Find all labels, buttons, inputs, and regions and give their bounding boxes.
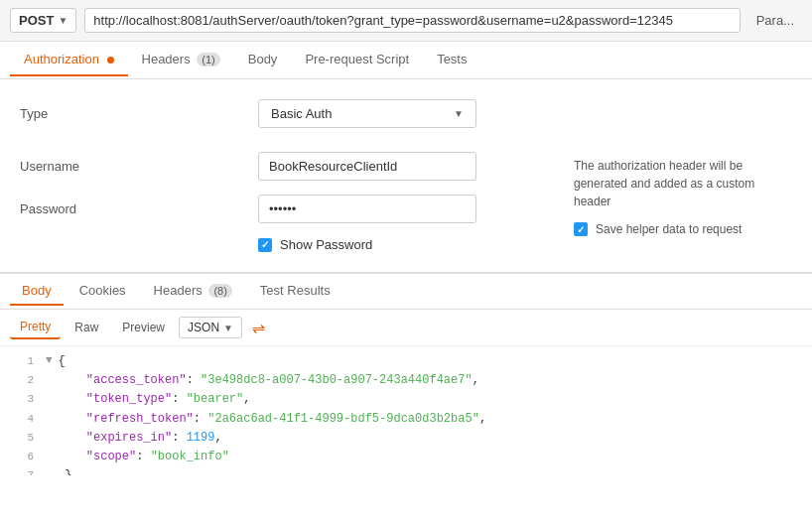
format-select[interactable]: JSON ▼ — [179, 317, 242, 338]
save-helper-row: Save helper data to request — [574, 222, 792, 236]
auth-section: Type Basic Auth ▼ Username Password Show… — [0, 79, 812, 272]
show-password-checkbox[interactable] — [258, 238, 272, 252]
json-line-7: 7 } — [10, 466, 802, 475]
tab-headers[interactable]: Headers (1) — [128, 44, 234, 76]
json-line-5: 5 "expires_in" : 1199 , — [10, 429, 802, 448]
tab-authorization[interactable]: Authorization — [10, 44, 128, 76]
bottom-tabs-row: Body Cookies Headers (8) Test Results — [0, 274, 812, 310]
username-label: Username — [20, 159, 258, 174]
username-row: Username — [20, 152, 554, 181]
password-label: Password — [20, 201, 258, 216]
username-input[interactable] — [258, 152, 476, 181]
headers-badge: (1) — [197, 53, 219, 66]
bottom-tab-headers[interactable]: Headers (8) — [142, 277, 244, 306]
password-input[interactable] — [258, 195, 476, 223]
type-select[interactable]: Basic Auth ▼ — [258, 99, 476, 128]
type-value: Basic Auth — [271, 106, 332, 121]
tab-body[interactable]: Body — [234, 44, 292, 76]
format-bar: Pretty Raw Preview JSON ▼ ⇌ — [0, 310, 812, 346]
save-helper-checkbox[interactable] — [574, 222, 588, 236]
bottom-tab-cookies[interactable]: Cookies — [68, 277, 138, 306]
password-row: Password — [20, 195, 554, 223]
show-password-row: Show Password — [258, 237, 554, 252]
fields-left: Username Password Show Password — [20, 152, 554, 252]
format-value: JSON — [188, 321, 219, 334]
preview-button[interactable]: Preview — [112, 317, 175, 338]
fields-right: The authorization header will be generat… — [554, 152, 792, 252]
tab-prerequest[interactable]: Pre-request Script — [291, 44, 423, 76]
type-label: Type — [20, 106, 258, 121]
top-tabs-row: Authorization Headers (1) Body Pre-reque… — [0, 42, 812, 79]
pretty-button[interactable]: Pretty — [10, 316, 61, 339]
json-line-6: 6 "scope" : "book_info" — [10, 448, 802, 466]
format-chevron-icon: ▼ — [223, 323, 233, 333]
fields-area: Username Password Show Password The auth… — [20, 152, 792, 252]
url-input[interactable] — [84, 8, 740, 33]
auth-info-text: The authorization header will be generat… — [574, 157, 792, 210]
json-line-3: 3 "token_type" : "bearer" , — [10, 390, 802, 409]
type-row: Type Basic Auth ▼ — [20, 99, 792, 128]
json-content: 1 ▼ { 2 "access_token" : "3e498dc8-a007-… — [0, 346, 812, 475]
json-line-2: 2 "access_token" : "3e498dc8-a007-43b0-a… — [10, 371, 802, 390]
wrap-icon[interactable]: ⇌ — [252, 319, 265, 337]
bottom-tab-body[interactable]: Body — [10, 277, 64, 306]
method-chevron-icon: ▼ — [58, 15, 68, 26]
json-line-4: 4 "refresh_token" : "2a6ac6ad-41f1-4999-… — [10, 410, 802, 429]
authorization-dot — [107, 57, 114, 64]
bottom-tab-test-results[interactable]: Test Results — [248, 277, 342, 306]
bottom-headers-badge: (8) — [208, 284, 231, 298]
raw-button[interactable]: Raw — [65, 317, 108, 338]
json-line-1: 1 ▼ { — [10, 352, 802, 371]
bottom-panel: Body Cookies Headers (8) Test Results Pr… — [0, 272, 812, 475]
show-password-label: Show Password — [280, 237, 372, 252]
params-button[interactable]: Para... — [748, 9, 802, 32]
save-helper-label: Save helper data to request — [596, 222, 742, 236]
method-label: POST — [19, 13, 54, 28]
tab-tests[interactable]: Tests — [423, 44, 480, 76]
type-chevron-icon: ▼ — [454, 108, 464, 119]
url-bar: POST ▼ Para... — [0, 0, 812, 42]
method-select[interactable]: POST ▼ — [10, 8, 76, 33]
